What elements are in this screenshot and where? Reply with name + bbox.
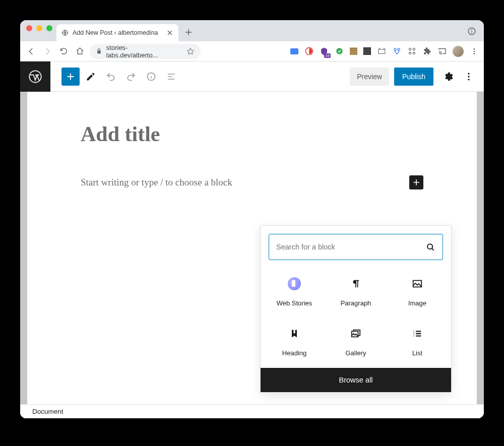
heading-icon bbox=[288, 327, 301, 340]
svg-point-9 bbox=[474, 53, 475, 54]
block-label: Heading bbox=[282, 349, 306, 357]
tab-bar: Add New Post ‹ albertomedina bbox=[20, 20, 484, 41]
svg-point-5 bbox=[394, 48, 396, 50]
lock-icon bbox=[96, 48, 102, 54]
extension-icon[interactable]: 19 bbox=[320, 47, 329, 56]
editor-footer: Document bbox=[20, 404, 484, 418]
redo-button[interactable] bbox=[122, 68, 140, 86]
back-button[interactable] bbox=[25, 45, 37, 57]
home-button[interactable] bbox=[74, 45, 86, 57]
inline-add-block-button[interactable] bbox=[409, 175, 423, 189]
breadcrumb[interactable]: Document bbox=[32, 408, 64, 415]
extension-icon[interactable] bbox=[335, 47, 344, 56]
browser-menu-button[interactable] bbox=[470, 47, 479, 56]
extension-icon[interactable] bbox=[304, 47, 313, 56]
block-label: Image bbox=[408, 299, 426, 307]
block-search-field[interactable] bbox=[269, 234, 443, 260]
block-grid: Web Stories Paragraph Image bbox=[261, 268, 451, 368]
block-label: Gallery bbox=[345, 349, 366, 357]
svg-point-13 bbox=[468, 76, 469, 77]
extension-icon[interactable] bbox=[407, 47, 416, 56]
editor-toolbar: Preview Publish bbox=[20, 61, 484, 92]
new-tab-button[interactable] bbox=[181, 25, 196, 39]
wordpress-editor: Preview Publish Add title Start writing … bbox=[20, 61, 484, 418]
gallery-icon bbox=[349, 327, 362, 340]
reload-button[interactable] bbox=[57, 45, 70, 57]
block-inserter-popover: Web Stories Paragraph Image bbox=[260, 225, 452, 393]
svg-point-6 bbox=[397, 48, 399, 50]
svg-point-15 bbox=[427, 244, 432, 249]
cast-icon[interactable] bbox=[437, 47, 447, 56]
block-item-heading[interactable]: Heading bbox=[264, 323, 325, 361]
block-item-image[interactable]: Image bbox=[387, 273, 448, 311]
block-label: Paragraph bbox=[341, 299, 371, 307]
extensions-menu-icon[interactable] bbox=[422, 47, 431, 56]
svg-point-12 bbox=[468, 73, 469, 74]
block-item-gallery[interactable]: Gallery bbox=[325, 323, 387, 361]
browser-toolbar: stories-labs.dev/alberto... 19 bbox=[20, 41, 484, 61]
minimize-window-button[interactable] bbox=[36, 25, 42, 31]
address-bar[interactable]: stories-labs.dev/alberto... bbox=[90, 44, 201, 59]
account-menu-button[interactable] bbox=[466, 25, 478, 37]
close-window-button[interactable] bbox=[26, 25, 32, 31]
forward-button[interactable] bbox=[41, 45, 53, 57]
outline-button[interactable] bbox=[162, 68, 180, 86]
list-icon bbox=[411, 327, 424, 340]
svg-rect-4 bbox=[379, 49, 385, 54]
image-icon bbox=[411, 277, 424, 290]
block-item-list[interactable]: List bbox=[387, 323, 448, 361]
browse-all-button[interactable]: Browse all bbox=[261, 368, 451, 392]
maximize-window-button[interactable] bbox=[46, 25, 52, 31]
web-stories-icon bbox=[288, 277, 301, 290]
block-search-input[interactable] bbox=[276, 243, 421, 251]
extension-icon[interactable] bbox=[350, 47, 357, 55]
more-options-button[interactable] bbox=[460, 68, 478, 86]
block-label: List bbox=[412, 349, 422, 357]
block-paragraph-input[interactable]: Start writing or type / to choose a bloc… bbox=[81, 177, 232, 188]
block-label: Web Stories bbox=[277, 299, 312, 307]
globe-icon bbox=[61, 29, 69, 36]
block-item-web-stories[interactable]: Web Stories bbox=[264, 273, 325, 311]
add-block-button[interactable] bbox=[61, 68, 80, 86]
tab-title: Add New Post ‹ albertomedina bbox=[73, 29, 158, 36]
close-tab-button[interactable] bbox=[166, 29, 173, 36]
star-icon[interactable] bbox=[186, 47, 195, 55]
publish-button[interactable]: Publish bbox=[394, 68, 433, 86]
wordpress-logo[interactable] bbox=[20, 61, 50, 92]
undo-button[interactable] bbox=[102, 68, 120, 86]
paragraph-icon bbox=[349, 277, 362, 290]
search-icon bbox=[425, 242, 435, 252]
extension-icon[interactable] bbox=[290, 48, 298, 54]
browser-window: Add New Post ‹ albertomedina s bbox=[20, 20, 484, 418]
extension-icon[interactable] bbox=[377, 47, 386, 56]
settings-button[interactable] bbox=[439, 68, 458, 86]
edit-tool-button[interactable] bbox=[82, 68, 100, 86]
preview-button[interactable]: Preview bbox=[350, 68, 389, 86]
svg-point-14 bbox=[468, 79, 469, 80]
svg-point-7 bbox=[474, 48, 475, 50]
extension-icons: 19 bbox=[290, 46, 479, 57]
extension-badge: 19 bbox=[324, 53, 331, 58]
extension-icon[interactable] bbox=[392, 47, 401, 56]
profile-avatar[interactable] bbox=[453, 46, 464, 57]
info-button[interactable] bbox=[142, 68, 160, 86]
extension-icon[interactable] bbox=[363, 47, 371, 55]
title-input[interactable]: Add title bbox=[81, 122, 423, 146]
block-item-paragraph[interactable]: Paragraph bbox=[325, 273, 387, 311]
editor-canvas: Add title Start writing or type / to cho… bbox=[20, 92, 484, 404]
url-text: stories-labs.dev/alberto... bbox=[106, 44, 178, 59]
svg-point-8 bbox=[474, 50, 475, 52]
browser-tab[interactable]: Add New Post ‹ albertomedina bbox=[56, 24, 178, 41]
window-controls bbox=[26, 25, 56, 35]
